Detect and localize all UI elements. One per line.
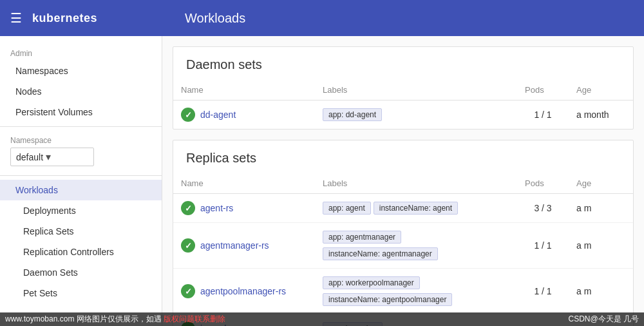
app-logo: kubernetes (32, 12, 97, 25)
sidebar-divider-2 (0, 175, 162, 176)
watermark-left: www.toymoban.com 网络图片仅供展示，如遇 版权问题联系删除 (5, 314, 225, 325)
col-header-age-ds: Age (569, 80, 633, 101)
td-name: agentmanager-rs (173, 223, 315, 269)
watermark-right: CSDN@今天是 几号 (568, 314, 639, 325)
label-chip: instanceName: agentmanager (323, 247, 438, 260)
table-row: dd-agent app: dd-agent 1 / 1 a month (173, 101, 633, 129)
td-age: a m (569, 269, 633, 314)
label-chip: app: agent (323, 202, 371, 215)
col-header-labels-rs: Labels (315, 173, 517, 194)
namespace-section: Namespace default ▾ (0, 131, 162, 171)
td-name: agentpoolmanager-rs (173, 269, 315, 314)
table-row: agentmanager-rs app: agentmanagerinstanc… (173, 223, 633, 269)
namespace-value: default (16, 152, 43, 162)
chevron-down-icon: ▾ (46, 151, 51, 163)
replica-sets-table: Name Labels Pods Age agent-rs app: agent… (173, 173, 633, 326)
hamburger-icon[interactable]: ☰ (10, 10, 22, 26)
top-nav: ☰ kubernetes Workloads (0, 0, 644, 36)
status-icon (181, 238, 195, 253)
label-chip: app: agentmanager (323, 231, 401, 244)
sidebar-item-replication-controllers[interactable]: Replication Controllers (0, 242, 162, 262)
col-header-pods-ds: Pods (517, 80, 569, 101)
page-title: Workloads (185, 11, 245, 26)
td-pods: 1 / 1 (517, 101, 569, 129)
row-name-link[interactable]: dd-agent (200, 110, 236, 120)
sidebar: Admin Namespaces Nodes Persistent Volume… (0, 36, 162, 326)
admin-section-label: Admin (0, 41, 162, 61)
sidebar-divider-1 (0, 126, 162, 127)
td-pods: 3 / 3 (517, 194, 569, 223)
status-icon (181, 284, 195, 298)
table-row: agentpoolmanager-rs app: workerpoolmanag… (173, 269, 633, 314)
namespace-selector[interactable]: default ▾ (10, 148, 94, 166)
label-chip: app: workerpoolmanager (323, 276, 420, 289)
sidebar-item-workloads[interactable]: Workloads (0, 180, 162, 200)
main-layout: Admin Namespaces Nodes Persistent Volume… (0, 36, 644, 326)
row-name-link[interactable]: agent-rs (200, 203, 233, 213)
td-age: a month (569, 101, 633, 129)
status-icon (181, 108, 195, 122)
td-labels: app: agentinstanceName: agent (315, 194, 517, 223)
sidebar-item-nodes[interactable]: Nodes (0, 81, 162, 102)
row-name-link[interactable]: agentmanager-rs (200, 240, 269, 251)
label-chip: instanceName: agent (374, 202, 458, 215)
td-age: a m (569, 194, 633, 223)
col-header-age-rs: Age (569, 173, 633, 194)
row-name-link[interactable]: agentpoolmanager-rs (200, 286, 286, 296)
td-name: agent-rs (173, 194, 315, 223)
td-labels: app: dd-agent (315, 101, 517, 129)
daemon-sets-table: Name Labels Pods Age dd-agent app: dd-ag… (173, 80, 633, 129)
td-labels: app: agentmanagerinstanceName: agentmana… (315, 223, 517, 269)
col-header-pods-rs: Pods (517, 173, 569, 194)
td-age: a m (569, 223, 633, 269)
namespace-label: Namespace (10, 136, 151, 145)
daemon-sets-title: Daemon sets (173, 47, 633, 80)
sidebar-item-daemon-sets[interactable]: Daemon Sets (0, 262, 162, 283)
sidebar-item-pet-sets[interactable]: Pet Sets (0, 283, 162, 303)
daemon-sets-section: Daemon sets Name Labels Pods Age dd-agen… (173, 46, 634, 129)
replica-sets-title: Replica sets (173, 140, 633, 173)
status-icon (181, 201, 195, 215)
sidebar-item-namespaces[interactable]: Namespaces (0, 61, 162, 81)
td-name: dd-agent (173, 101, 315, 129)
td-labels: app: workerpoolmanagerinstanceName: agen… (315, 269, 517, 314)
table-row: agent-rs app: agentinstanceName: agent 3… (173, 194, 633, 223)
replica-sets-section: Replica sets Name Labels Pods Age agent-… (173, 140, 634, 326)
col-header-name-rs: Name (173, 173, 315, 194)
td-pods: 1 / 1 (517, 269, 569, 314)
td-pods: 1 / 1 (517, 223, 569, 269)
col-header-name-ds: Name (173, 80, 315, 101)
main-content: Daemon sets Name Labels Pods Age dd-agen… (162, 36, 644, 326)
sidebar-item-deployments[interactable]: Deployments (0, 200, 162, 221)
watermark: www.toymoban.com 网络图片仅供展示，如遇 版权问题联系删除 CS… (0, 312, 644, 326)
sidebar-item-persistent-volumes[interactable]: Persistent Volumes (0, 102, 162, 122)
sidebar-item-replica-sets[interactable]: Replica Sets (0, 221, 162, 242)
label-chip: instanceName: agentpoolmanager (323, 293, 452, 306)
col-header-labels-ds: Labels (315, 80, 517, 101)
label-chip: app: dd-agent (323, 108, 382, 121)
